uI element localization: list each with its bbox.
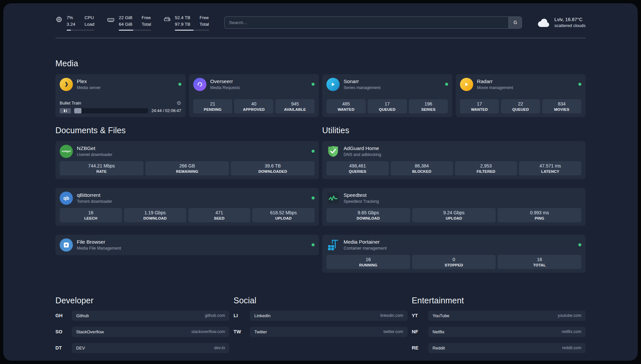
status-dot: [312, 197, 315, 199]
portainer-icon: [326, 238, 340, 252]
documents-cards: nzbget NZBGet Usenet downloader 744.21 M…: [55, 141, 319, 255]
stat-tile: 618.52 MbpsUPLOAD: [252, 208, 315, 222]
developer-links: GH Github github.com SO StackOverflow st…: [55, 311, 229, 353]
service-card-speedtest[interactable]: Speedtest Speedtest Tracking 9.65 GbpsDO…: [322, 188, 586, 226]
service-card-nzbget[interactable]: nzbget NZBGet Usenet downloader 744.21 M…: [55, 141, 319, 179]
disk-total-value: 97.9 TB: [175, 21, 190, 28]
plex-header: Plex Media server: [60, 78, 181, 91]
disk-free-label: Free: [199, 15, 209, 21]
service-name: qBittorrent: [77, 192, 112, 198]
cpu-widget: 7% CPU 3.24 Load: [55, 15, 94, 31]
service-name: Media Portainer: [344, 239, 387, 245]
stat-tile: 22QUEUED: [501, 99, 540, 113]
bookmark-twitter[interactable]: TW Twitter twitter.com: [233, 327, 407, 337]
filebrowser-icon: [60, 238, 73, 252]
stat-tile: 1.19 GbpsDOWNLOAD: [124, 208, 186, 222]
service-card-portainer[interactable]: Media Portainer Container management 16R…: [322, 235, 586, 273]
service-card-filebrowser[interactable]: File Browser Media File Management: [55, 235, 319, 255]
weather-location: Lviv, 16.87°C: [554, 17, 586, 22]
qbittorrent-stats: 16LEECH 1.19 GbpsDOWNLOAD 471SEED 618.52…: [60, 208, 315, 222]
stat-tile: 2,953FILTERED: [455, 161, 517, 175]
stat-tile: 0STOPPED: [412, 255, 496, 269]
adguard-header: AdGuard Home DNS and adblocking: [326, 145, 581, 158]
seek-bar[interactable]: [74, 108, 148, 113]
service-description: Torrent downloader: [77, 199, 112, 204]
bookmark-stackoverflow[interactable]: SO StackOverflow stackoverflow.com: [55, 327, 229, 337]
service-card-sonarr[interactable]: Sonarr Series management 485WANTED 17QUE…: [322, 74, 452, 117]
speedtest-header: Speedtest Speedtest Tracking: [326, 192, 581, 205]
qbittorrent-icon: qb: [60, 192, 73, 205]
status-dot: [445, 83, 448, 86]
cpu-load-label: Load: [84, 21, 94, 28]
service-description: Usenet downloader: [77, 152, 112, 157]
search-input[interactable]: [224, 16, 522, 29]
service-description: Container management: [344, 246, 387, 251]
plex-progress-row: 24:44 / 02:06:47: [60, 108, 181, 113]
nzbget-header: nzbget NZBGet Usenet downloader: [60, 145, 315, 158]
service-card-adguard[interactable]: AdGuard Home DNS and adblocking 498,461Q…: [322, 141, 586, 179]
bookmark-abbr: YT: [412, 313, 424, 318]
filebrowser-meta: File Browser Media File Management: [77, 239, 121, 251]
service-card-radarr[interactable]: Radarr Movie management 17WANTED 22QUEUE…: [456, 74, 586, 117]
bookmark-reddit[interactable]: RE Reddit reddit.com: [412, 343, 586, 353]
speedtest-stats: 9.65 GbpsDOWNLOAD 9.24 GbpsUPLOAD 0.993 …: [326, 208, 581, 222]
bookmark-dev[interactable]: DT DEV dev.to: [55, 343, 229, 353]
status-dot: [578, 83, 581, 86]
bookmark-pill: LinkedIn linkedin.com: [250, 311, 407, 321]
bookmark-pill: Netflix netflix.com: [428, 327, 586, 337]
stat-tile: 471SEED: [188, 208, 251, 222]
gear-icon[interactable]: ⚙: [176, 101, 181, 106]
disk-free-value: 52.4 TB: [175, 15, 190, 21]
bookmark-youtube[interactable]: YT YouTube youtube.com: [412, 311, 586, 321]
service-name: Overseerr: [210, 78, 240, 84]
service-card-plex[interactable]: Plex Media server Bullet Train ⚙ 24:44 /…: [55, 74, 186, 117]
radarr-stats: 17WANTED 22QUEUED 834MOVIES: [460, 99, 582, 113]
ram-free-value: 22 GiB: [119, 15, 132, 21]
ram-total-value: 64 GiB: [119, 21, 132, 28]
portainer-meta: Media Portainer Container management: [344, 239, 387, 251]
service-card-qbittorrent[interactable]: qb qBittorrent Torrent downloader 16LEEC…: [55, 188, 319, 226]
bookmark-abbr: DT: [55, 345, 68, 350]
disk-progress-bar: [175, 30, 209, 31]
cpu-percent: 7%: [67, 15, 75, 21]
stat-tile: 40APPROVED: [234, 99, 273, 113]
middle-columns: Documents & Files nzbget NZBGet Usenet d…: [55, 126, 586, 273]
topbar-divider: [55, 38, 586, 38]
service-name: Radarr: [477, 78, 513, 84]
bookmark-linkedin[interactable]: LI LinkedIn linkedin.com: [233, 311, 407, 321]
weather-text: Lviv, 16.87°C scattered clouds: [554, 17, 586, 28]
nzbget-icon: nzbget: [60, 145, 73, 158]
utilities-section-title: Utilities: [322, 126, 586, 135]
stat-tile: 21PENDING: [193, 99, 232, 113]
cpu-stats: 7% CPU 3.24 Load: [67, 15, 94, 31]
stat-tile: 498,461QUERIES: [326, 161, 389, 175]
bookmark-netflix[interactable]: NF Netflix netflix.com: [412, 327, 586, 337]
bookmark-pill: DEV dev.to: [72, 343, 229, 353]
overseerr-stats: 21PENDING 40APPROVED 945AVAILABLE: [193, 99, 315, 113]
utilities-cards: AdGuard Home DNS and adblocking 498,461Q…: [322, 141, 586, 273]
cpu-label: CPU: [84, 15, 94, 21]
filebrowser-header: File Browser Media File Management: [60, 238, 315, 252]
radarr-meta: Radarr Movie management: [477, 78, 513, 90]
stat-tile: 17WANTED: [460, 99, 499, 113]
search-engine-button[interactable]: G: [508, 17, 522, 28]
portainer-header: Media Portainer Container management: [326, 238, 581, 252]
adguard-icon: [326, 145, 340, 158]
media-section-title: Media: [55, 59, 586, 68]
playback-time: 24:44 / 02:06:47: [151, 108, 181, 113]
weather-condition: scattered clouds: [554, 23, 586, 28]
dashboard: 7% CPU 3.24 Load 22 GiB Free 64 GiB Tota…: [3, 3, 638, 361]
bookmark-abbr: GH: [55, 313, 68, 318]
bookmark-github[interactable]: GH Github github.com: [55, 311, 229, 321]
service-description: Media Requests: [210, 85, 240, 90]
search-bar: G: [224, 16, 522, 29]
bookmark-group-developer: Developer GH Github github.com SO StackO…: [55, 296, 229, 353]
sonarr-meta: Sonarr Series management: [344, 78, 381, 90]
stat-tile: 945AVAILABLE: [275, 99, 315, 113]
cpu-load-value: 3.24: [67, 21, 75, 28]
service-card-overseerr[interactable]: Overseerr Media Requests 21PENDING 40APP…: [189, 74, 319, 117]
pause-button[interactable]: [60, 108, 71, 113]
stat-tile: 9.24 GbpsUPLOAD: [412, 208, 496, 222]
stat-tile: 744.21 MbpsRATE: [60, 161, 143, 175]
section-utilities: Utilities AdGuard Home DNS and adblockin…: [322, 126, 586, 273]
